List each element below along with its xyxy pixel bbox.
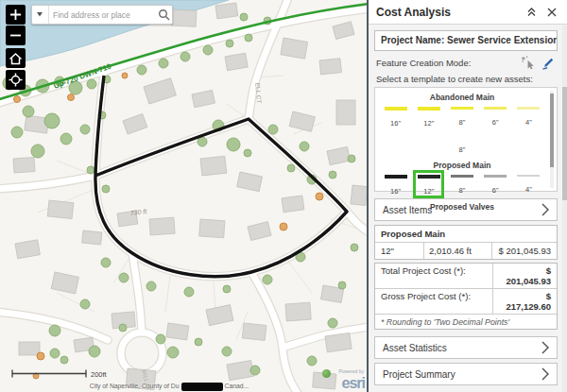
- template-scrollbar-thumb[interactable]: [550, 94, 554, 167]
- map-canvas[interactable]: Up-720 DWN-719 ELL CT 730 ft MILL CT: [0, 0, 367, 392]
- template-gallery: Abandoned Main 16" 12" 8" 6" 4" 8" Propo…: [374, 87, 558, 192]
- template-proposed-6[interactable]: 6": [479, 172, 512, 198]
- cost-totals-table: Total Project Cost (*): $ 201,045.93 Gro…: [374, 263, 558, 330]
- asset-length-cell: 2,010.46 ft: [424, 243, 492, 259]
- close-panel-icon[interactable]: [544, 5, 559, 20]
- total-cost-value: $ 201,045.93: [492, 264, 557, 288]
- template-abandoned-12[interactable]: 12": [412, 104, 445, 130]
- line-swatch-gray: [484, 175, 507, 178]
- asset-cost-cell: $ 201,045.93: [492, 243, 557, 259]
- attribution-text-right: Canad...: [225, 383, 249, 389]
- line-swatch-yellow: [451, 107, 473, 110]
- app-window: Up-720 DWN-719 ELL CT 730 ft MILL CT: [0, 0, 567, 392]
- cost-analysis-panel: Cost Analysis Project Name: Sewer Servic…: [367, 0, 567, 392]
- line-swatch-light: [517, 175, 540, 177]
- line-swatch-gray: [451, 175, 473, 178]
- template-proposed-8[interactable]: 8": [445, 172, 478, 198]
- line-swatch-yellow: [418, 107, 440, 111]
- table-row: 12" 2,010.46 ft $ 201,045.93: [375, 243, 557, 259]
- template-proposed-12-highlighted[interactable]: 12": [412, 172, 445, 198]
- attribution-redaction-box: [181, 383, 223, 391]
- panel-scrollbar-thumb[interactable]: [562, 87, 567, 200]
- panel-header: Cost Analysis: [369, 0, 567, 25]
- asset-statistics-label: Asset Statistics: [383, 343, 447, 353]
- total-cost-label: Total Project Cost (*):: [375, 264, 492, 288]
- esri-logo: Powered by esri: [324, 371, 366, 392]
- panel-scrollbar: [562, 26, 567, 392]
- search-dropdown-caret[interactable]: [32, 6, 49, 24]
- line-swatch-dark: [418, 175, 440, 179]
- attribution: City of Naperville, County of DuCanad...: [0, 383, 338, 391]
- panel-title: Cost Analysis: [376, 6, 518, 19]
- line-swatch-dark: [385, 175, 407, 179]
- esri-globe-icon: [322, 369, 331, 378]
- esri-wordmark: esri: [342, 375, 365, 392]
- gross-cost-value: $ 217,129.60: [492, 289, 557, 314]
- attribution-text-left: City of Naperville, County of Du: [90, 383, 180, 389]
- zoom-out-button[interactable]: [6, 26, 26, 45]
- gross-cost-label: Gross Project Cost (*):: [375, 289, 492, 314]
- template-abandoned-16[interactable]: 16": [379, 104, 412, 130]
- project-name-text: Project Name: Sewer Service Extension: [381, 35, 558, 45]
- template-scrollbar: [550, 91, 554, 188]
- powered-by-label: Powered by: [339, 368, 364, 374]
- collapse-panel-icon[interactable]: [524, 5, 539, 20]
- feature-creation-mode-label: Feature Creation Mode:: [376, 58, 471, 68]
- zoom-in-button[interactable]: [6, 5, 26, 25]
- total-cost-row: Total Project Cost (*): $ 201,045.93: [375, 264, 557, 289]
- template-group-proposed-title: Proposed Main: [379, 161, 545, 170]
- project-summary-label: Project Summary: [383, 369, 455, 380]
- feature-creation-mode-row: Feature Creation Mode:: [374, 55, 558, 71]
- template-row-proposed: 16" 12" 8" 6" 4": [379, 172, 545, 198]
- chevron-right-icon: [541, 367, 549, 381]
- template-group-abandoned-title: Abandoned Main: [379, 93, 545, 102]
- home-button[interactable]: [6, 48, 26, 68]
- template-group-valves-title: Proposed Valves: [379, 202, 545, 212]
- chevron-right-icon: [541, 341, 549, 354]
- template-abandoned-4[interactable]: 4": [512, 104, 545, 130]
- search-icon[interactable]: [155, 6, 172, 24]
- template-row-abandoned: 16" 12" 8" 6" 4": [379, 104, 545, 130]
- scale-label: 200ft: [91, 370, 107, 379]
- rounding-note: * Rounding to 'Two Decimal Points': [375, 315, 557, 329]
- template-proposed-4[interactable]: 4": [512, 172, 545, 198]
- scale-bar: 200ft: [11, 368, 107, 379]
- asset-size-cell: 12": [375, 243, 424, 259]
- template-abandoned-6[interactable]: 6": [479, 104, 512, 130]
- asset-items-table: Proposed Main 12" 2,010.46 ft $ 201,045.…: [374, 225, 558, 260]
- draw-pencil-icon[interactable]: [541, 56, 556, 70]
- template-abandoned-8-alt[interactable]: 8": [444, 130, 480, 157]
- template-row-abandoned-2: 8": [379, 130, 545, 157]
- template-select-label: Select a template to create new assets:: [374, 74, 558, 84]
- line-swatch-yellow: [385, 107, 407, 111]
- panel-body: Project Name: Sewer Service Extension Fe…: [369, 30, 567, 392]
- template-abandoned-8[interactable]: 8": [445, 104, 478, 130]
- table-group-title: Proposed Main: [375, 226, 557, 243]
- search-input[interactable]: [49, 10, 155, 20]
- line-swatch-yellow: [517, 107, 540, 110]
- line-swatch-white: [451, 133, 473, 137]
- locate-button[interactable]: [6, 70, 26, 90]
- basemap: Up-720 DWN-719 ELL CT 730 ft MILL CT: [0, 0, 367, 392]
- asset-statistics-section-header[interactable]: Asset Statistics: [374, 336, 558, 359]
- project-name-field: Project Name: Sewer Service Extension: [374, 30, 558, 51]
- project-summary-section-header[interactable]: Project Summary: [374, 363, 558, 385]
- template-proposed-16[interactable]: 16": [379, 172, 412, 198]
- line-swatch-yellow: [484, 107, 507, 110]
- gross-cost-row: Gross Project Cost (*): $ 217,129.60: [375, 289, 557, 315]
- search-bar: [31, 5, 173, 25]
- select-wand-icon[interactable]: [522, 56, 536, 70]
